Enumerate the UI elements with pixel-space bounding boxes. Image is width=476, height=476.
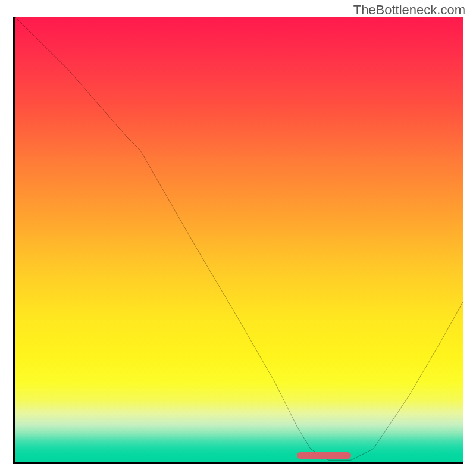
watermark-text: TheBottleneck.com xyxy=(353,2,465,18)
chart-line xyxy=(15,17,463,462)
optimal-range-marker xyxy=(297,452,350,459)
chart-plot-area xyxy=(13,17,463,464)
